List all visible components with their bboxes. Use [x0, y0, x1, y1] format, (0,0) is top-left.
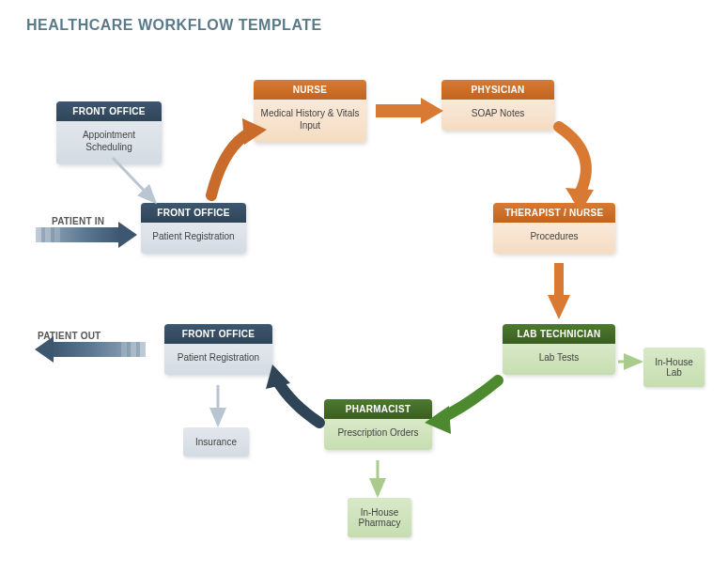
node-body: Patient Registration	[141, 223, 246, 254]
node-body: Patient Registration	[164, 344, 272, 375]
node-nurse: NURSE Medical History & Vitals Input	[254, 80, 366, 143]
node-header: FRONT OFFICE	[164, 324, 272, 344]
node-body: Prescription Orders	[324, 419, 432, 450]
page-title: HEALTHCARE WORKFLOW TEMPLATE	[26, 17, 322, 34]
node-therapist-nurse: THERAPIST / NURSE Procedures	[493, 203, 615, 254]
node-header: PHYSICIAN	[441, 80, 554, 100]
node-header: PHARMACIST	[324, 399, 432, 419]
node-header: FRONT OFFICE	[56, 101, 162, 121]
node-body: Procedures	[493, 223, 615, 254]
node-header: LAB TECHNICIAN	[503, 324, 615, 344]
node-inhouse-pharmacy: In-House Pharmacy	[348, 498, 411, 537]
node-appointment-scheduling: FRONT OFFICE Appointment Scheduling	[56, 101, 162, 164]
node-lab-technician: LAB TECHNICIAN Lab Tests	[503, 324, 615, 375]
node-body: Appointment Scheduling	[56, 121, 162, 164]
node-insurance: Insurance	[183, 427, 249, 457]
arrow-patient-out	[52, 336, 146, 363]
node-pharmacist: PHARMACIST Prescription Orders	[324, 399, 432, 450]
node-inhouse-lab: In-House Lab	[643, 348, 705, 387]
node-body: Medical History & Vitals Input	[254, 100, 366, 143]
svg-marker-3	[548, 295, 570, 319]
svg-marker-1	[421, 98, 443, 124]
node-header: NURSE	[254, 80, 366, 100]
node-header: THERAPIST / NURSE	[493, 203, 615, 223]
node-patient-registration-in: FRONT OFFICE Patient Registration	[141, 203, 246, 254]
arrow-patient-in	[36, 222, 120, 248]
node-patient-registration-out: FRONT OFFICE Patient Registration	[164, 324, 272, 375]
node-physician: PHYSICIAN SOAP Notes	[441, 80, 554, 131]
node-body: Lab Tests	[503, 344, 615, 375]
node-body: SOAP Notes	[441, 100, 554, 131]
node-header: FRONT OFFICE	[141, 203, 246, 223]
